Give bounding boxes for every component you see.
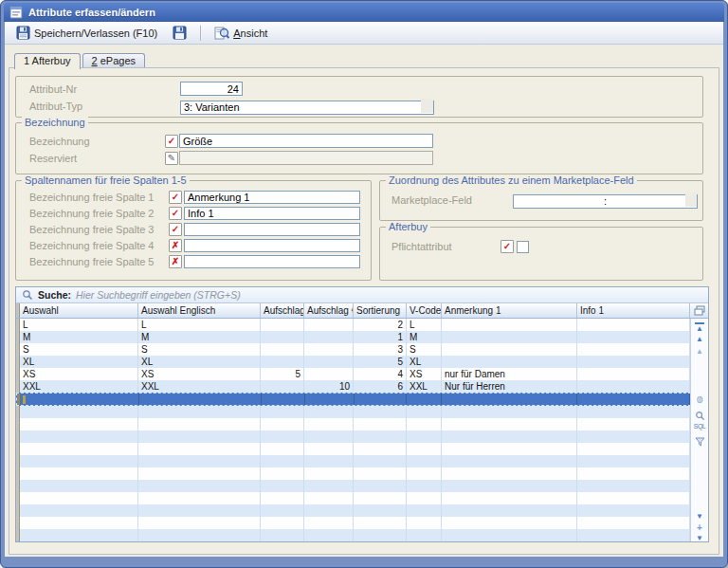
cell-empty [407,467,442,480]
view-button[interactable]: Ansicht [209,23,273,43]
bezeichnung-input[interactable] [179,134,433,148]
save-button[interactable] [167,23,192,43]
grid-row-l[interactable]: LL2L [16,319,691,331]
pflichtattribut-checkbox[interactable] [517,241,529,253]
scroll-down-icon[interactable]: ▼ [691,512,708,522]
edit-pencil-icon[interactable]: ✎ [165,152,178,165]
column-header-c7[interactable]: Info 1 [577,303,690,318]
column-header-c0[interactable]: Auswahl [20,303,138,318]
cell-info_1 [577,356,690,368]
cell-empty [354,492,407,504]
disabled-cross-icon[interactable]: ✗ [169,255,182,268]
cell-auswahl: M [20,331,138,343]
translate-check-icon[interactable]: ✓ [165,135,178,148]
cell-empty [442,406,577,418]
grid-empty-row[interactable] [16,529,691,541]
grid-empty-row[interactable] [16,406,691,418]
spalte-row: Bezeichnung freie Spalte 2✓ [16,207,371,220]
cell-info_1 [577,368,690,380]
values-grid: Suche: Hier Suchbegriff eingeben (STRG+S… [15,286,709,542]
grid-empty-row[interactable] [16,467,691,480]
append-row-icon[interactable]: + [691,523,708,533]
grid-empty-row[interactable] [16,418,691,431]
grid-search-row[interactable]: Suche: Hier Suchbegriff eingeben (STRG+S… [16,287,708,303]
marketplace-feld-input[interactable] [513,194,698,209]
column-header-c4[interactable]: Sortierung [354,303,407,318]
cell-empty [442,492,577,504]
enabled-check-icon[interactable]: ✓ [169,191,182,204]
spalte-input-1[interactable] [184,191,360,204]
tab-2-epages[interactable]: 2 ePages [82,53,146,68]
attribut-nr-input[interactable] [180,82,243,96]
go-last-icon[interactable]: ▼ [691,534,708,542]
cell-empty [577,492,690,504]
cell-aufschlag: 5 [261,368,304,380]
cell-empty [442,443,577,455]
go-first-icon[interactable]: ▲ [691,322,708,334]
cell-v_code: S [407,343,442,356]
scroll-up-icon[interactable]: ▲ [691,335,708,344]
tab-1-afterbuy[interactable]: 1 Afterbuy [14,53,81,69]
cell-empty [304,480,354,492]
cell-empty [442,455,577,467]
cell-v_code: M [407,331,442,343]
cell-empty [261,480,304,492]
grid-row-xs[interactable]: XSXS54XSnur für Damen [16,368,691,380]
grid-empty-row[interactable] [16,480,691,492]
grid-empty-row[interactable] [16,431,691,443]
spalte-input-4[interactable] [184,239,360,252]
spalte-input-3[interactable] [184,223,360,236]
grid-empty-row[interactable] [16,504,691,517]
save-exit-button[interactable]: Speichern/Verlassen (F10) [10,23,163,43]
view-icon [214,26,229,40]
spalte-label-4: Bezeichnung freie Spalte 4 [29,240,169,251]
grid-empty-row[interactable] [16,492,691,504]
page-up-icon[interactable]: ▲ [691,347,708,357]
cell-empty [442,480,577,492]
cell-aufschlag_eur [304,368,354,380]
groupbox-title: Zuordnung des Attributes zu einem Market… [386,174,637,186]
enabled-check-icon[interactable]: ✓ [169,207,182,220]
cell-empty [442,431,577,443]
pflichtattribut-label: Pflichtattribut [391,241,500,252]
dropdown-button[interactable] [421,99,433,113]
attribut-typ-input[interactable] [180,101,434,115]
grid-new-row-selected[interactable] [16,393,691,406]
column-header-c2[interactable]: Aufschlag [261,303,304,318]
cell-empty [261,529,304,541]
title-bar[interactable]: Attribute erfassen/ändern [4,3,724,22]
column-header-c5[interactable]: V-Code [407,303,442,318]
cell-empty [354,517,407,529]
cell-empty [20,504,138,517]
translate-check-icon[interactable]: ✓ [500,240,514,253]
column-header-c6[interactable]: Anmerkung 1 [442,303,577,318]
cell-empty [304,431,354,443]
disabled-cross-icon[interactable]: ✗ [169,239,182,252]
column-chooser-icon[interactable] [690,303,708,318]
grid-empty-row[interactable] [16,443,691,455]
filter-builder-icon[interactable]: SQL [691,422,708,431]
cell-empty [20,455,138,467]
cell-empty [138,443,261,455]
cell-empty [577,504,690,517]
filter-icon[interactable] [691,433,708,450]
spalte-input-5[interactable] [184,255,360,268]
cell-empty [261,406,304,418]
cell-empty [138,406,261,418]
cell-empty [261,467,304,480]
enabled-check-icon[interactable]: ✓ [169,223,182,236]
cell-auswahl: L [20,319,138,331]
edit-indicator-icon[interactable]: (|) [691,394,708,403]
grid-empty-row[interactable] [16,455,691,467]
grid-empty-row[interactable] [16,517,691,529]
column-header-c3[interactable]: Aufschlag € [304,303,354,318]
spalte-input-2[interactable] [184,207,360,220]
grid-row-xxl[interactable]: XXLXXL106XXLNur für Herren [16,380,691,393]
grid-row-m[interactable]: MM1M [16,331,691,343]
ellipsis-button[interactable] [685,192,697,207]
grid-row-xl[interactable]: XLXL5XL [16,356,691,368]
cell-anmerkung_1: nur für Damen [442,368,577,380]
grid-row-s[interactable]: SS3S [16,343,691,356]
cell-empty [20,492,138,504]
column-header-c1[interactable]: Auswahl Englisch [138,303,261,318]
